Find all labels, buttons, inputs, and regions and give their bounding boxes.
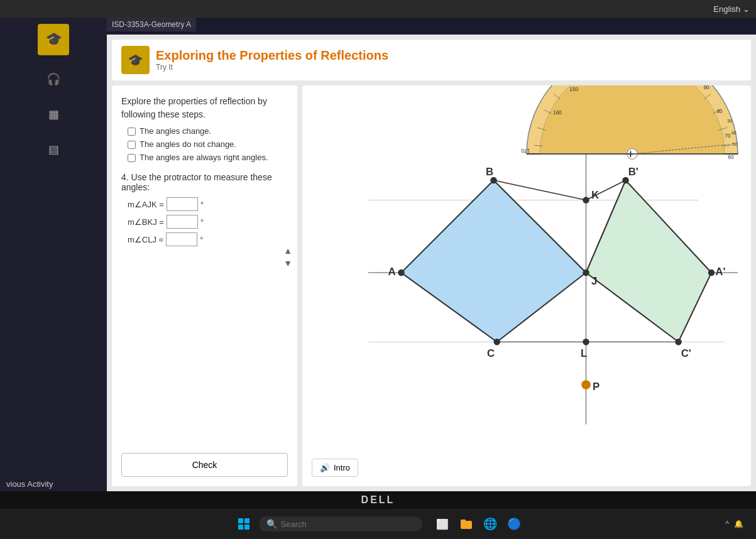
svg-text:30: 30 — [727, 118, 732, 124]
activity-title: Exploring the Properties of Reflections — [156, 48, 388, 63]
svg-text:70: 70 — [725, 133, 731, 139]
task-view-button[interactable]: ⬜ — [434, 515, 451, 533]
dell-label: DELL — [361, 494, 395, 506]
label-Cp: C' — [681, 347, 691, 359]
svg-text:✛: ✛ — [627, 150, 634, 159]
chevron-down-icon: ⌄ — [743, 4, 750, 14]
scroll-up-arrow[interactable]: ▲ — [283, 246, 292, 256]
angle-ajk-input[interactable] — [167, 197, 198, 211]
dell-bar: DELL — [0, 491, 756, 509]
svg-rect-40 — [461, 520, 466, 522]
svg-text:150: 150 — [569, 86, 578, 92]
point-C — [494, 339, 501, 346]
sidebar-logo: 🎓 — [38, 24, 69, 55]
taskbar-right: ^ 🔔 — [725, 520, 743, 528]
notification-icon[interactable]: 🔔 — [734, 520, 743, 528]
previous-activity-label: vious Activity — [6, 479, 53, 489]
angle-clj-row: m∠CLJ = ° — [128, 232, 288, 246]
angle-ajk-row: m∠AJK = ° — [128, 197, 288, 211]
angle-ajk-label: m∠AJK = — [128, 200, 164, 209]
angle-bkj-input[interactable] — [167, 215, 198, 229]
point-B — [490, 177, 497, 184]
checkbox-angles-right[interactable]: The angles are always right angles. — [128, 153, 288, 162]
label-J: J — [591, 275, 597, 287]
angle-bkj-row: m∠BKJ = ° — [128, 215, 288, 229]
edge-browser-button[interactable]: 🌐 — [481, 515, 499, 533]
point-P — [581, 380, 591, 389]
check-button[interactable]: Check — [121, 453, 288, 477]
point-L — [583, 339, 589, 346]
main-content: 🎓 Exploring the Properties of Reflection… — [107, 35, 756, 491]
taskbar: 🔍 ⬜ 🌐 🔵 ^ 🔔 — [0, 509, 756, 539]
angle-bkj-label: m∠BKJ = — [128, 217, 164, 227]
checkbox-angles-change-input[interactable] — [128, 128, 136, 136]
point-K — [583, 197, 589, 204]
svg-text:90: 90 — [703, 85, 709, 90]
grid-small-icon[interactable]: ▤ — [42, 138, 65, 161]
point-J — [583, 270, 589, 276]
intro-button-label: Intro — [334, 463, 350, 472]
instructions-text: Explore the properties of reflection by … — [121, 95, 288, 121]
instructions-panel: Explore the properties of reflection by … — [112, 85, 297, 486]
taskbar-center: 🔍 ⬜ 🌐 🔵 — [234, 514, 523, 534]
try-it-label: Try It — [156, 63, 388, 72]
activity-header: 🎓 Exploring the Properties of Reflection… — [112, 40, 751, 80]
label-Bp: B' — [628, 166, 638, 178]
point-Bp — [622, 177, 629, 184]
protractor-group: 170 160 150 140 130 120 110 100 90 80 70… — [521, 85, 738, 160]
label-B: B — [486, 166, 493, 178]
svg-text:160: 160 — [553, 109, 562, 116]
activity-body: Explore the properties of reflection by … — [112, 85, 751, 486]
point-Cp — [675, 339, 682, 346]
scroll-down-arrow[interactable]: ▼ — [283, 258, 292, 268]
point-Ap — [708, 270, 715, 276]
svg-text:50: 50 — [733, 141, 738, 147]
left-shape — [402, 180, 586, 342]
speaker-icon: 🔊 — [320, 463, 330, 472]
svg-text:170: 170 — [521, 148, 530, 154]
grid-icon[interactable]: ▦ — [42, 103, 65, 126]
degree-1: ° — [200, 200, 204, 209]
headphones-icon[interactable]: 🎧 — [42, 68, 65, 90]
search-bar[interactable]: 🔍 — [259, 516, 422, 531]
language-selector[interactable]: English ⌄ — [713, 4, 750, 14]
search-icon: 🔍 — [266, 519, 277, 529]
label-L: L — [581, 347, 587, 359]
degree-2: ° — [200, 217, 204, 227]
step4-title: 4. Use the protractor to measure these a… — [121, 172, 288, 192]
svg-text:60: 60 — [728, 154, 734, 160]
angle-clj-input[interactable] — [166, 232, 197, 246]
checkbox-angles-no-change[interactable]: The angles do not change. — [128, 139, 288, 149]
checkbox-angles-right-input[interactable] — [128, 154, 136, 162]
top-bar: English ⌄ — [0, 0, 756, 18]
label-A: A — [388, 266, 396, 278]
activity-logo: 🎓 — [121, 46, 150, 74]
point-A — [398, 270, 405, 276]
right-shape — [586, 180, 712, 342]
intro-button[interactable]: 🔊 Intro — [312, 459, 358, 477]
search-input[interactable] — [281, 520, 407, 529]
label-K: K — [591, 189, 599, 201]
angle-clj-label: m∠CLJ = — [128, 235, 163, 244]
language-label: English — [713, 4, 740, 14]
label-P: P — [593, 381, 600, 393]
canvas-panel: A B C J K L B' — [302, 85, 751, 486]
course-id-label: ISD-3353A-Geometry A — [107, 18, 196, 31]
file-explorer-button[interactable] — [457, 515, 475, 533]
checkbox-angles-change[interactable]: The angles change. — [128, 126, 288, 136]
svg-text:40: 40 — [731, 130, 737, 136]
logo-icon: 🎓 — [45, 31, 62, 48]
system-tray-up-arrow[interactable]: ^ — [725, 520, 729, 528]
label-Ap: A' — [715, 266, 725, 278]
checkbox-angles-no-change-input[interactable] — [128, 141, 136, 149]
taskbar-icons: ⬜ 🌐 🔵 — [434, 515, 523, 533]
geometry-canvas: A B C J K L B' — [302, 85, 751, 486]
chrome-button[interactable]: 🔵 — [505, 515, 523, 533]
label-C: C — [487, 347, 495, 359]
angle-inputs: m∠AJK = ° m∠BKJ = ° m∠CLJ = ° — [128, 197, 288, 246]
degree-3: ° — [200, 235, 203, 244]
scroll-controls: ▲ ▼ — [283, 246, 292, 268]
checkbox-group: The angles change. The angles do not cha… — [128, 126, 288, 162]
start-button[interactable] — [234, 514, 254, 534]
sidebar: 🎓 🎧 ▦ ▤ — [0, 18, 107, 491]
